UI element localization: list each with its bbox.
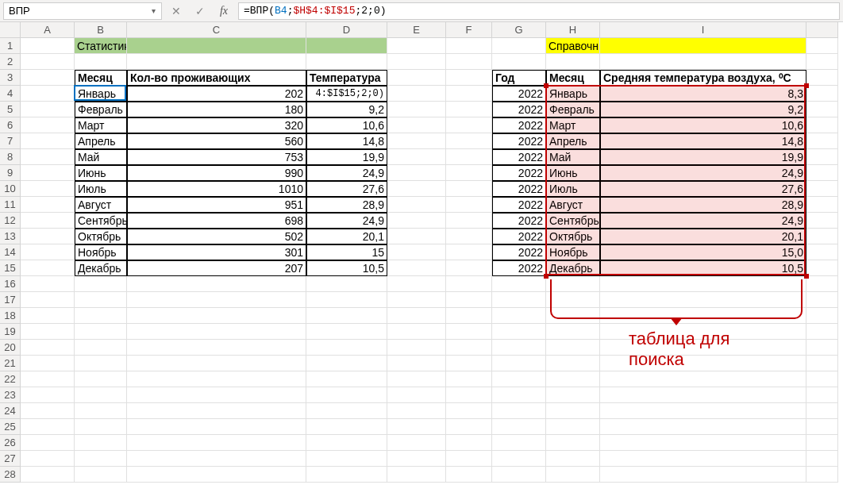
column-header[interactable]: D: [306, 22, 387, 38]
formula-cancel-button[interactable]: ✕: [167, 2, 186, 20]
cell[interactable]: [387, 308, 446, 324]
cell[interactable]: Апрель: [546, 133, 600, 149]
cell[interactable]: [75, 419, 127, 435]
cell[interactable]: [806, 356, 838, 371]
row-header[interactable]: 8: [0, 149, 21, 165]
range-handle[interactable]: [544, 274, 549, 279]
cell[interactable]: [21, 54, 75, 70]
cell[interactable]: [387, 387, 446, 403]
cell[interactable]: 320: [127, 117, 306, 133]
cell[interactable]: [600, 387, 806, 403]
cell[interactable]: [546, 356, 600, 371]
row-header[interactable]: 7: [0, 133, 21, 149]
cell[interactable]: [446, 213, 492, 229]
row-header[interactable]: 4: [0, 86, 21, 102]
column-header[interactable]: I: [600, 22, 806, 38]
cell[interactable]: [546, 435, 600, 451]
cell[interactable]: [446, 371, 492, 387]
cell[interactable]: [387, 38, 446, 54]
cell[interactable]: [21, 102, 75, 117]
cell[interactable]: [127, 324, 306, 340]
cell[interactable]: [806, 149, 838, 165]
cell[interactable]: [127, 387, 306, 403]
row-header[interactable]: 9: [0, 165, 21, 181]
cell[interactable]: 2022: [492, 181, 546, 197]
cell[interactable]: [306, 435, 387, 451]
cell[interactable]: [127, 276, 306, 292]
cell[interactable]: Июль: [75, 181, 127, 197]
cell[interactable]: Август: [546, 197, 600, 213]
cell[interactable]: 2022: [492, 244, 546, 260]
cell[interactable]: [446, 229, 492, 244]
cell[interactable]: Месяц: [546, 70, 600, 86]
cell[interactable]: [387, 244, 446, 260]
cell[interactable]: 502: [127, 229, 306, 244]
cell[interactable]: [127, 340, 306, 356]
cell[interactable]: [446, 197, 492, 213]
cell[interactable]: [21, 181, 75, 197]
cell[interactable]: [21, 117, 75, 133]
cell[interactable]: [806, 244, 838, 260]
cell[interactable]: 28,9: [306, 197, 387, 213]
cell[interactable]: [546, 340, 600, 356]
cell[interactable]: [127, 451, 306, 467]
row-header[interactable]: 12: [0, 213, 21, 229]
cell[interactable]: [446, 292, 492, 308]
cell[interactable]: [387, 435, 446, 451]
cell[interactable]: [806, 276, 838, 292]
range-handle[interactable]: [804, 274, 809, 279]
cell[interactable]: [806, 229, 838, 244]
row-header[interactable]: 14: [0, 244, 21, 260]
cell[interactable]: [492, 419, 546, 435]
cell[interactable]: [21, 149, 75, 165]
cell[interactable]: 753: [127, 149, 306, 165]
cell[interactable]: [492, 403, 546, 419]
cell[interactable]: Год: [492, 70, 546, 86]
row-header[interactable]: 3: [0, 70, 21, 86]
cell[interactable]: [127, 371, 306, 387]
cell[interactable]: 20,1: [600, 229, 806, 244]
cell[interactable]: [387, 451, 446, 467]
cell[interactable]: [446, 435, 492, 451]
active-cell-editing[interactable]: 4:$I$15;2;0): [306, 86, 387, 102]
insert-function-button[interactable]: fx: [214, 2, 233, 20]
cell[interactable]: Март: [546, 117, 600, 133]
name-box-dropdown-icon[interactable]: ▾: [147, 3, 160, 19]
cell[interactable]: [806, 371, 838, 387]
cell[interactable]: [492, 467, 546, 483]
spreadsheet-grid[interactable]: ABCDEFGHI1Статистика по месяцамСправочни…: [0, 22, 843, 483]
cell[interactable]: Апрель: [75, 133, 127, 149]
cell[interactable]: 2022: [492, 213, 546, 229]
row-header[interactable]: 6: [0, 117, 21, 133]
cell[interactable]: [492, 356, 546, 371]
row-header[interactable]: 17: [0, 292, 21, 308]
cell[interactable]: [806, 117, 838, 133]
cell[interactable]: [446, 340, 492, 356]
cell[interactable]: Август: [75, 197, 127, 213]
row-header[interactable]: 20: [0, 340, 21, 356]
cell[interactable]: [21, 308, 75, 324]
cell[interactable]: [446, 54, 492, 70]
cell[interactable]: [446, 38, 492, 54]
cell[interactable]: [75, 451, 127, 467]
cell[interactable]: [306, 387, 387, 403]
cell[interactable]: 990: [127, 165, 306, 181]
cell[interactable]: [21, 197, 75, 213]
cell[interactable]: Январь: [75, 86, 127, 102]
cell[interactable]: 24,9: [600, 165, 806, 181]
cell[interactable]: Октябрь: [546, 229, 600, 244]
cell[interactable]: [306, 54, 387, 70]
cell[interactable]: [492, 324, 546, 340]
cell[interactable]: [306, 371, 387, 387]
cell[interactable]: Июнь: [75, 165, 127, 181]
cell[interactable]: [446, 419, 492, 435]
cell[interactable]: 8,3: [600, 86, 806, 102]
cell[interactable]: 207: [127, 260, 306, 276]
cell[interactable]: Температура: [306, 70, 387, 86]
cell[interactable]: Июнь: [546, 165, 600, 181]
cell[interactable]: Май: [546, 149, 600, 165]
cell[interactable]: [492, 276, 546, 292]
cell[interactable]: [387, 197, 446, 213]
cell[interactable]: [546, 467, 600, 483]
cell[interactable]: [446, 86, 492, 102]
